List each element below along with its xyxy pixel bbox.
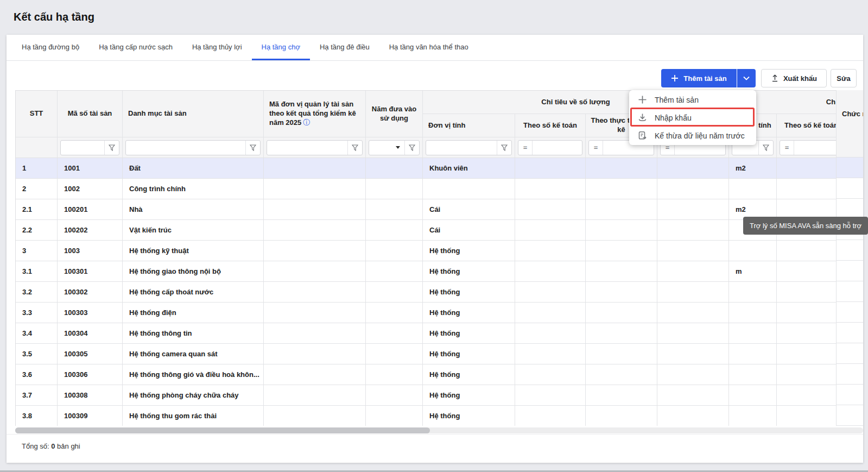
equals-operator[interactable]: =	[518, 141, 533, 155]
cell-year[interactable]	[366, 241, 423, 261]
cell-stt[interactable]: 2.1	[16, 199, 58, 220]
cell-name[interactable]: Hệ thống camera quan sát	[123, 344, 264, 364]
cell-name[interactable]: Hệ thống thu gom rác thải	[123, 406, 264, 426]
cell-year[interactable]	[366, 261, 423, 282]
cell-by_inventory[interactable]	[586, 406, 657, 426]
cell-by_book[interactable]	[515, 241, 586, 261]
cell-hidden[interactable]	[657, 179, 729, 199]
cell-unit[interactable]: Hệ thống	[423, 261, 515, 282]
col-header-theo-so-ke-toan[interactable]: Theo số kế toán	[515, 114, 586, 137]
cell-unit2[interactable]	[729, 282, 777, 303]
actions-cell[interactable]	[837, 343, 863, 364]
actions-cell[interactable]	[837, 405, 863, 426]
cell-by_book[interactable]	[515, 158, 586, 179]
cell-unit_code[interactable]	[264, 199, 366, 220]
cell-code[interactable]: 100201	[58, 199, 123, 220]
tab-ha-tang-thuy-loi[interactable]: Hạ tầng thủy lợi	[182, 35, 252, 60]
cell-by_book[interactable]	[515, 323, 586, 344]
cell-unit_code[interactable]	[264, 344, 366, 364]
col-header-nam-dua-vao-su-dung[interactable]: Năm đưa vào sử dụng	[366, 91, 423, 137]
cell-unit2[interactable]	[729, 323, 777, 344]
cell-by_inventory[interactable]	[586, 220, 657, 241]
export-button[interactable]: Xuất khẩu	[761, 69, 827, 87]
equals-operator[interactable]: =	[780, 141, 794, 155]
filter-funnel-icon[interactable]	[497, 141, 511, 155]
cell-unit2[interactable]	[729, 364, 777, 385]
cell-unit_code[interactable]	[264, 385, 366, 406]
cell-code[interactable]: 100303	[58, 303, 123, 323]
cell-year[interactable]	[366, 303, 423, 323]
cell-by_book[interactable]	[515, 199, 586, 220]
cell-stt[interactable]: 3.2	[16, 282, 58, 303]
actions-cell[interactable]	[837, 261, 863, 281]
cell-year[interactable]	[366, 406, 423, 426]
year-filter-select[interactable]	[369, 141, 404, 155]
cell-unit_code[interactable]	[264, 406, 366, 426]
actions-cell[interactable]	[837, 158, 863, 178]
menu-item-nhap-khau[interactable]: Nhập khẩu	[629, 109, 756, 127]
horizontal-scrollbar[interactable]	[15, 427, 863, 433]
cell-by_book[interactable]	[515, 261, 586, 282]
cell-unit2[interactable]	[729, 385, 777, 406]
cell-unit2[interactable]: m2	[729, 158, 777, 179]
cell-hidden[interactable]	[657, 303, 729, 323]
cell-year[interactable]	[366, 385, 423, 406]
cell-code[interactable]: 100309	[58, 406, 123, 426]
cell-by_inventory[interactable]	[586, 282, 657, 303]
cell-hidden[interactable]	[657, 364, 729, 385]
cell-hidden[interactable]	[657, 282, 729, 303]
col-header-ma-so-tai-san[interactable]: Mã số tài sản	[58, 91, 123, 137]
col-header-stt[interactable]: STT	[16, 91, 58, 137]
actions-cell[interactable]	[837, 281, 863, 302]
cell-year[interactable]	[366, 323, 423, 344]
cell-by_inventory[interactable]	[586, 199, 657, 220]
cell-unit2[interactable]	[729, 303, 777, 323]
cell-unit2[interactable]	[729, 406, 777, 426]
cell-by_book[interactable]	[515, 303, 586, 323]
tab-ha-tang-de-dieu[interactable]: Hạ tầng đê điều	[310, 35, 379, 60]
cell-by_book[interactable]	[515, 406, 586, 426]
cell-stt[interactable]: 3.5	[16, 344, 58, 364]
cell-name[interactable]: Công trình chính	[123, 179, 264, 199]
cell-unit2[interactable]	[729, 179, 777, 199]
menu-item-them-tai-san[interactable]: Thêm tài sản	[629, 91, 756, 109]
equals-operator[interactable]: =	[589, 141, 603, 155]
tab-ha-tang-cho[interactable]: Hạ tầng chợ	[252, 35, 310, 60]
cell-stt[interactable]: 3	[16, 241, 58, 261]
cell-by_book[interactable]	[515, 282, 586, 303]
cell-by_inventory[interactable]	[586, 303, 657, 323]
tab-ha-tang-duong-bo[interactable]: Hạ tầng đường bộ	[12, 35, 89, 60]
cell-unit[interactable]: Cái	[423, 220, 515, 241]
cell-year[interactable]	[366, 199, 423, 220]
cell-by_inventory[interactable]	[586, 323, 657, 344]
cell-unit2[interactable]	[729, 344, 777, 364]
cell-stt[interactable]: 3.8	[16, 406, 58, 426]
cell-code[interactable]: 100308	[58, 385, 123, 406]
cell-name[interactable]: Hệ thống thông gió và điều hoà khôn...	[123, 364, 264, 385]
cell-stt[interactable]: 3.3	[16, 303, 58, 323]
by-book-filter-input[interactable]	[533, 141, 582, 155]
cell-name[interactable]: Hệ thống điện	[123, 303, 264, 323]
col-header-don-vi-tinh[interactable]: Đơn vị tính	[423, 114, 515, 137]
filter-funnel-icon[interactable]	[758, 141, 773, 155]
actions-cell[interactable]	[837, 240, 863, 261]
cell-unit_code[interactable]	[264, 158, 366, 179]
cell-year[interactable]	[366, 220, 423, 241]
cell-by_book[interactable]	[515, 364, 586, 385]
cell-by_book[interactable]	[515, 220, 586, 241]
cell-code[interactable]: 1003	[58, 241, 123, 261]
cell-hidden[interactable]	[657, 241, 729, 261]
cell-code[interactable]: 100202	[58, 220, 123, 241]
cell-stt[interactable]: 2	[16, 179, 58, 199]
cell-stt[interactable]: 1	[16, 158, 58, 179]
filter-funnel-icon[interactable]	[347, 141, 362, 155]
cell-unit_code[interactable]	[264, 220, 366, 241]
code-filter-input[interactable]	[61, 141, 104, 155]
cell-name[interactable]: Đất	[123, 158, 264, 179]
actions-cell[interactable]	[837, 178, 863, 199]
cell-name[interactable]: Hệ thống kỹ thuật	[123, 241, 264, 261]
cell-name[interactable]: Hệ thống phòng cháy chữa cháy	[123, 385, 264, 406]
cell-hidden[interactable]	[657, 261, 729, 282]
cell-unit[interactable]: Hệ thống	[423, 385, 515, 406]
cell-code[interactable]: 1001	[58, 158, 123, 179]
